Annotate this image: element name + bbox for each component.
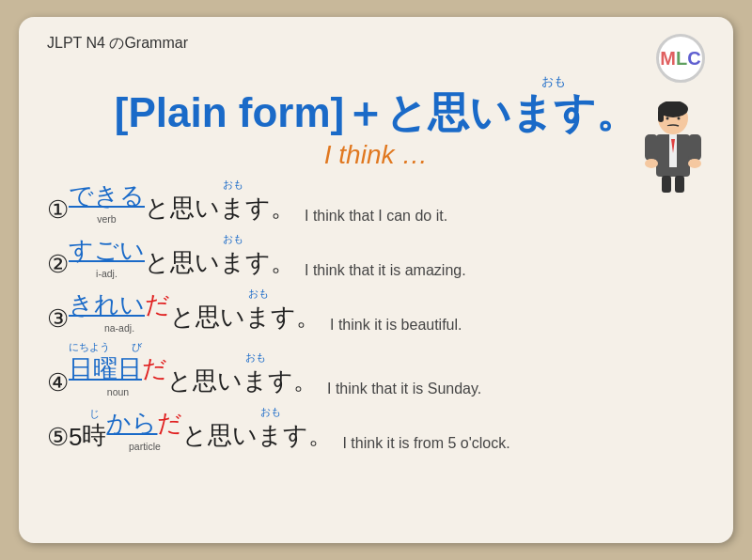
title-main: [Plain form]＋と思います。 (115, 88, 637, 138)
svg-rect-13 (662, 176, 671, 193)
ex1-rest: と おも 思います。 (145, 178, 295, 225)
ex1-english: I think that I can do it. (305, 208, 447, 225)
ex1-number: ① (47, 195, 69, 225)
ex2-rest: と おも 思います。 (145, 232, 295, 279)
ex3-rest: と おも 思います。 (170, 287, 321, 334)
jlpt-label: JLPT N4 のGrammar (47, 34, 188, 54)
examples-section: ① できる verb と おも 思います。 I think that I can… (47, 178, 705, 452)
example-2: ② すごい i-adj. と おも 思います。 I think that it … (47, 232, 705, 279)
svg-rect-10 (688, 134, 701, 161)
ex2-english: I think that it is amazing. (305, 262, 466, 279)
ex2-word: すごい i-adj. (69, 234, 145, 279)
ex5-number: ⑤ (47, 423, 69, 452)
ex3-number: ③ (47, 304, 69, 334)
example-3: ③ きれいだ na-adj. と おも 思います。 I think it is … (47, 287, 705, 334)
ex4-word: にちよう び 日曜日 だ noun (69, 341, 167, 397)
svg-rect-9 (645, 134, 658, 161)
ex4-english: I think that it is Sunday. (327, 381, 481, 397)
example-1: ① できる verb と おも 思います。 I think that I can… (47, 178, 705, 225)
example-5: ⑤ 5 じ 時 からだ particle と おも (47, 405, 705, 452)
logo-l: L (676, 48, 687, 70)
svg-point-12 (688, 159, 701, 168)
svg-point-5 (664, 126, 675, 133)
svg-rect-2 (658, 109, 664, 122)
logo-c: C (687, 48, 700, 70)
ex5-english: I think it is from 5 o'clock. (342, 435, 509, 452)
svg-rect-14 (675, 176, 684, 193)
header-row: JLPT N4 のGrammar MLC (47, 34, 705, 83)
ex3-word: きれいだ na-adj. (69, 288, 170, 334)
ex2-number: ② (47, 250, 69, 279)
ex4-number: ④ (47, 368, 69, 397)
subtitle: I think … (47, 140, 705, 170)
character-illustration (635, 101, 711, 195)
svg-point-11 (645, 159, 658, 168)
svg-point-4 (678, 117, 681, 120)
ex3-english: I think it is beautiful. (330, 317, 462, 334)
main-card: JLPT N4 のGrammar MLC おも [Plain form]＋と思い… (19, 17, 733, 543)
ex4-rest: と おも 思います。 (167, 350, 318, 397)
ex1-word: できる verb (69, 179, 145, 225)
ex5-word: からだ particle (106, 407, 182, 452)
example-4: ④ にちよう び 日曜日 だ noun (47, 341, 705, 397)
svg-point-3 (666, 117, 669, 120)
mlc-logo: MLC (656, 34, 705, 83)
logo-m: M (660, 48, 676, 70)
title-section: おも [Plain form]＋と思います。 I think … (47, 88, 705, 170)
ex5-rest: と おも 思います。 (182, 405, 333, 452)
